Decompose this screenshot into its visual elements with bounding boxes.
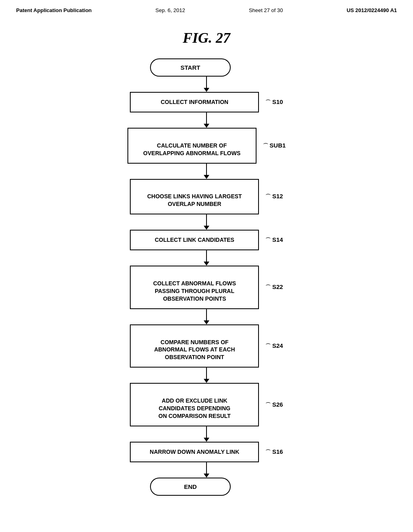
box-wrapper-s12: CHOOSE LINKS HAVING LARGEST OVERLAP NUMB… (130, 179, 259, 215)
box-end: END (150, 478, 231, 496)
box-start: START (150, 58, 231, 77)
flow-row-s26: ADD OR EXCLUDE LINK CANDIDATES DEPENDING… (130, 383, 283, 426)
flow-row-s16: NARROW DOWN ANOMALY LINK S16 (130, 442, 283, 462)
box-wrapper-sub1: CALCULATE NUMBER OF OVERLAPPING ABNORMAL… (127, 128, 257, 164)
box-wrapper-s22: COLLECT ABNORMAL FLOWS PASSING THROUGH P… (130, 266, 259, 309)
arrow-s14-s22 (204, 250, 209, 266)
arrow-sub1-s12 (204, 164, 209, 179)
label-s14: S14 (265, 236, 283, 244)
header-patent-number: US 2012/0224490 A1 (346, 7, 397, 13)
box-wrapper-s16: NARROW DOWN ANOMALY LINK (130, 442, 259, 462)
box-s24: COMPARE NUMBERS OF ABNORMAL FLOWS AT EAC… (130, 324, 259, 368)
box-s26: ADD OR EXCLUDE LINK CANDIDATES DEPENDING… (130, 383, 259, 426)
arrow-s24-s26 (204, 368, 209, 383)
arrow-s10-sub1 (204, 112, 209, 128)
flow-row-s14: COLLECT LINK CANDIDATES S14 (130, 230, 283, 250)
label-s24: S24 (265, 342, 283, 350)
label-sub1: SUB1 (263, 142, 286, 150)
box-wrapper-start: START (150, 58, 231, 77)
figure-title: FIG. 27 (0, 29, 413, 46)
label-s12: S12 (265, 193, 283, 200)
arrow-s26-s16 (204, 426, 209, 442)
flow-row-s24: COMPARE NUMBERS OF ABNORMAL FLOWS AT EAC… (130, 324, 283, 368)
box-wrapper-s10: COLLECT INFORMATION (130, 92, 259, 112)
header-sheet: Sheet 27 of 30 (249, 7, 283, 13)
flow-row-s22: COLLECT ABNORMAL FLOWS PASSING THROUGH P… (130, 266, 283, 309)
box-s14: COLLECT LINK CANDIDATES (130, 230, 259, 250)
flow-row-s10: COLLECT INFORMATION S10 (130, 92, 283, 112)
arrow-start-s10 (204, 77, 209, 92)
label-s22: S22 (265, 283, 283, 291)
arrow-s22-s24 (204, 309, 209, 324)
box-wrapper-end: END (150, 478, 231, 496)
flow-row-start: START (150, 58, 263, 77)
box-wrapper-s24: COMPARE NUMBERS OF ABNORMAL FLOWS AT EAC… (130, 324, 259, 368)
flow-row-end: END (150, 478, 263, 496)
flow-row-s12: CHOOSE LINKS HAVING LARGEST OVERLAP NUMB… (130, 179, 283, 215)
box-s10: COLLECT INFORMATION (130, 92, 259, 112)
box-wrapper-s14: COLLECT LINK CANDIDATES (130, 230, 259, 250)
page-header: Patent Application Publication Sep. 6, 2… (0, 0, 413, 17)
box-s22: COLLECT ABNORMAL FLOWS PASSING THROUGH P… (130, 266, 259, 309)
flow-row-sub1: CALCULATE NUMBER OF OVERLAPPING ABNORMAL… (127, 128, 286, 164)
label-s16: S16 (265, 448, 283, 456)
box-s12: CHOOSE LINKS HAVING LARGEST OVERLAP NUMB… (130, 179, 259, 215)
header-date: Sep. 6, 2012 (155, 7, 185, 13)
arrow-s16-end (204, 462, 209, 478)
flowchart: START COLLECT INFORMATION S10 CALCULATE … (0, 54, 413, 508)
box-wrapper-s26: ADD OR EXCLUDE LINK CANDIDATES DEPENDING… (130, 383, 259, 426)
box-sub1: CALCULATE NUMBER OF OVERLAPPING ABNORMAL… (127, 128, 257, 164)
arrow-s12-s14 (204, 214, 209, 230)
label-s10: S10 (265, 98, 283, 106)
box-s16: NARROW DOWN ANOMALY LINK (130, 442, 259, 462)
label-s26: S26 (265, 401, 283, 409)
header-publication-label: Patent Application Publication (16, 7, 92, 13)
